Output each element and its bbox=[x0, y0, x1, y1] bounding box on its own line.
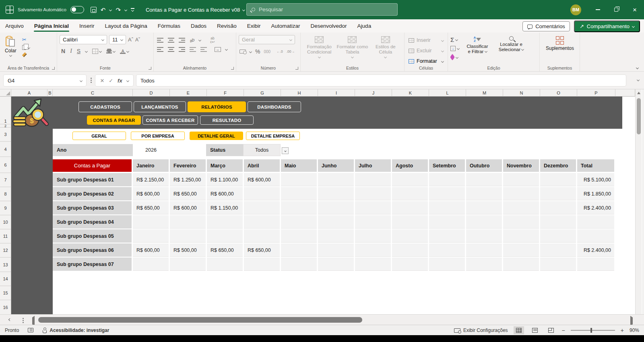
tab-dados[interactable]: Dados bbox=[186, 19, 212, 33]
normal-view-button[interactable] bbox=[514, 326, 524, 334]
page-layout-view-button[interactable] bbox=[530, 326, 540, 334]
value-cell-out[interactable] bbox=[466, 243, 503, 258]
value-cell-jul[interactable] bbox=[355, 215, 392, 229]
avatar[interactable]: BM bbox=[570, 4, 581, 15]
value-cell-jan[interactable]: R$ 2.150,00 bbox=[133, 173, 170, 187]
value-cell-abr[interactable]: R$ 650,00 bbox=[244, 243, 281, 258]
decrease-font-button[interactable]: Aˇ bbox=[135, 37, 140, 43]
collapse-ribbon-icon[interactable] bbox=[636, 66, 639, 69]
close-button[interactable]: × bbox=[625, 0, 644, 19]
month-header-cell[interactable]: Fevereiro bbox=[170, 159, 207, 173]
value-cell-jul[interactable] bbox=[355, 187, 392, 201]
value-cell-dez[interactable] bbox=[540, 243, 577, 258]
value-cell-fev[interactable]: R$ 500,00 bbox=[170, 243, 207, 258]
row-total-cell[interactable] bbox=[577, 258, 615, 272]
align-middle-icon[interactable] bbox=[168, 38, 174, 43]
column-header-k[interactable]: K bbox=[392, 89, 429, 97]
value-cell-jul[interactable] bbox=[355, 243, 392, 258]
tab-automatizar[interactable]: Automatizar bbox=[266, 19, 305, 33]
scroll-left-button[interactable] bbox=[32, 317, 35, 325]
scroll-up-button[interactable] bbox=[636, 89, 642, 97]
paste-dropdown-icon[interactable] bbox=[9, 54, 12, 57]
column-header-h[interactable]: H bbox=[281, 89, 318, 97]
nav-dashboards-button[interactable]: DASHBOARDS bbox=[248, 101, 301, 112]
row-total-cell[interactable]: R$ 5.100,00 bbox=[577, 173, 615, 187]
tab-ajuda[interactable]: Ajuda bbox=[352, 19, 377, 33]
value-cell-ago[interactable] bbox=[392, 258, 429, 272]
tab-revisao[interactable]: Revisão bbox=[212, 19, 242, 33]
value-cell-jan[interactable] bbox=[133, 229, 170, 243]
tab-formulas[interactable]: Fórmulas bbox=[153, 19, 186, 33]
value-cell-abr[interactable] bbox=[244, 201, 281, 215]
accounting-format-icon[interactable] bbox=[239, 49, 246, 54]
month-header-cell[interactable]: Janeiro bbox=[133, 159, 170, 173]
column-header-o[interactable]: O bbox=[540, 89, 577, 97]
value-cell-mai[interactable] bbox=[281, 187, 318, 201]
row-label-cell[interactable]: Sub grupo Despesas 05 bbox=[53, 229, 133, 243]
value-cell-fev[interactable] bbox=[170, 258, 207, 272]
tab-pagina-inicial[interactable]: Página Inicial bbox=[29, 19, 74, 33]
row-total-cell[interactable] bbox=[577, 215, 615, 229]
align-left-icon[interactable] bbox=[157, 47, 163, 52]
row-total-cell[interactable]: R$ 1.850,00 bbox=[577, 187, 615, 201]
value-cell-jan[interactable] bbox=[133, 215, 170, 229]
month-header-cell[interactable]: Junho bbox=[318, 159, 355, 173]
bold-button[interactable]: N bbox=[61, 48, 65, 54]
value-cell-set[interactable] bbox=[429, 201, 466, 215]
underline-dropdown-icon[interactable] bbox=[85, 49, 88, 52]
value-cell-out[interactable] bbox=[466, 258, 503, 272]
value-cell-mar[interactable]: R$ 650,00 bbox=[207, 243, 244, 258]
column-header-g[interactable]: G bbox=[244, 89, 281, 97]
zoom-in-button[interactable]: + bbox=[621, 327, 624, 334]
horizontal-scroll-thumb[interactable] bbox=[38, 317, 362, 323]
merge-center-button[interactable]: ↔ bbox=[215, 47, 221, 52]
scroll-right-button[interactable] bbox=[630, 317, 633, 325]
tab-arquivo[interactable]: Arquivo bbox=[0, 19, 29, 33]
value-cell-set[interactable] bbox=[429, 215, 466, 229]
enter-icon[interactable]: ✓ bbox=[109, 78, 113, 84]
value-cell-set[interactable] bbox=[429, 243, 466, 258]
month-header-cell[interactable]: Março bbox=[207, 159, 244, 173]
value-cell-abr[interactable] bbox=[244, 215, 281, 229]
value-cell-out[interactable] bbox=[466, 201, 503, 215]
value-cell-abr[interactable] bbox=[244, 258, 281, 272]
share-button[interactable]: ↗Compartilhamento bbox=[574, 21, 640, 32]
align-center-icon[interactable] bbox=[168, 47, 174, 52]
value-cell-jul[interactable] bbox=[355, 201, 392, 215]
tab-exibir[interactable]: Exibir bbox=[242, 19, 266, 33]
row-header-3[interactable]: 3 bbox=[0, 128, 11, 142]
row-header-14[interactable]: 14 bbox=[0, 272, 11, 286]
vertical-scroll-thumb[interactable] bbox=[637, 98, 641, 134]
value-cell-ago[interactable] bbox=[392, 173, 429, 187]
report-geral-button[interactable]: GERAL bbox=[72, 132, 126, 140]
value-cell-mar[interactable]: R$ 1.100,00 bbox=[207, 173, 244, 187]
row-header-7[interactable]: 7 bbox=[0, 173, 11, 187]
redo-button[interactable]: ↷ bbox=[116, 7, 121, 13]
value-cell-jan[interactable]: R$ 600,00 bbox=[133, 187, 170, 201]
cell-styles-button[interactable]: Estilos de Célula bbox=[369, 35, 402, 64]
value-cell-out[interactable] bbox=[466, 215, 503, 229]
row-total-cell[interactable]: R$ 2.400,00 bbox=[577, 243, 615, 258]
nav-contas-a-pagar-button[interactable]: CONTAS A PAGAR bbox=[87, 115, 141, 125]
tab-layout[interactable]: Layout da Página bbox=[100, 19, 153, 33]
number-format-select[interactable]: Geral bbox=[239, 35, 295, 44]
name-box-splitter[interactable] bbox=[91, 80, 92, 81]
autosum-button[interactable]: Σ bbox=[450, 36, 459, 43]
value-cell-ago[interactable] bbox=[392, 229, 429, 243]
value-cell-jul[interactable] bbox=[355, 258, 392, 272]
report-detalhe-geral-button[interactable]: DETALHE GERAL bbox=[190, 132, 243, 140]
increase-indent-icon[interactable] bbox=[200, 47, 207, 52]
value-cell-nov[interactable] bbox=[503, 187, 540, 201]
value-cell-out[interactable] bbox=[466, 187, 503, 201]
conditional-formatting-button[interactable]: Formatação Condicional bbox=[303, 35, 335, 64]
value-cell-mai[interactable] bbox=[281, 215, 318, 229]
column-header-c[interactable]: C bbox=[53, 89, 133, 97]
font-size-select[interactable]: 11 bbox=[109, 35, 126, 44]
value-cell-nov[interactable] bbox=[503, 201, 540, 215]
accessibility-status[interactable]: Acessibilidade: investigar bbox=[42, 328, 109, 333]
fill-color-button[interactable] bbox=[106, 49, 115, 54]
value-cell-ago[interactable] bbox=[392, 187, 429, 201]
accounting-dropdown-icon[interactable] bbox=[249, 50, 252, 53]
value-cell-dez[interactable] bbox=[540, 229, 577, 243]
value-cell-nov[interactable] bbox=[503, 243, 540, 258]
